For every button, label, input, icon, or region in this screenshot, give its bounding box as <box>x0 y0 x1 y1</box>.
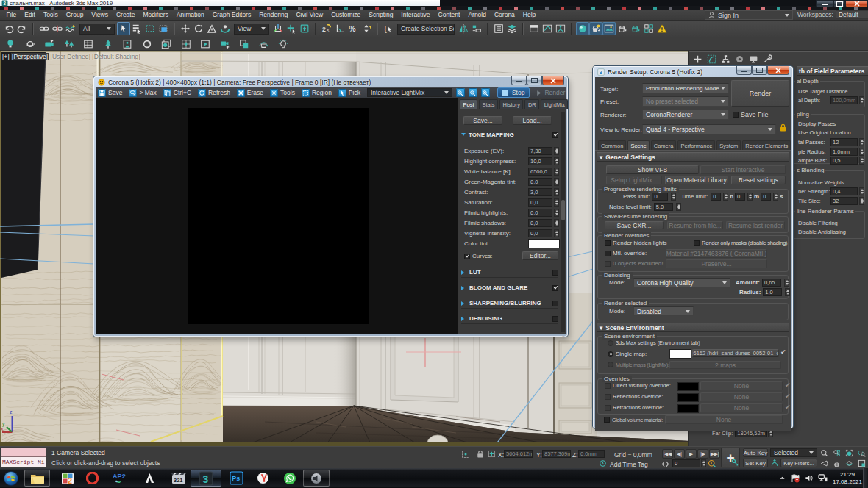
sphere-icon[interactable] <box>24 37 37 51</box>
dof-field[interactable]: 0,5 <box>830 157 858 165</box>
tray-up-icon[interactable] <box>779 475 786 481</box>
zoom-region-icon[interactable] <box>858 449 866 457</box>
tone-mapping-checkbox[interactable] <box>552 132 558 138</box>
tray-clock[interactable]: 21:29 17.08.2021 <box>833 471 862 486</box>
single-map-check-icon[interactable]: ✔ <box>780 348 786 356</box>
rs-tab-scene[interactable]: Scene <box>627 140 649 151</box>
render-only-masks-checkbox[interactable] <box>694 240 700 246</box>
keyboard-override-icon[interactable] <box>298 22 311 35</box>
squares-icon[interactable] <box>238 37 251 51</box>
refractions-checkbox[interactable] <box>605 405 611 411</box>
ref-coord-dropdown[interactable]: View <box>234 24 269 35</box>
set-key-button[interactable]: Set Key <box>743 459 768 467</box>
menu-corona[interactable]: Corona <box>490 10 519 21</box>
play-box-icon[interactable] <box>199 37 212 51</box>
fov-icon[interactable] <box>820 459 828 467</box>
grid-move-icon[interactable] <box>179 37 193 51</box>
camera-group-icon[interactable] <box>218 37 232 51</box>
menu-edit[interactable]: Edit <box>21 10 40 21</box>
modify-tab-icon[interactable] <box>707 54 716 64</box>
bulb-outline-icon[interactable] <box>277 37 290 51</box>
resume-last-render-button[interactable]: Resume last render <box>726 221 785 229</box>
single-map-button[interactable]: i26162 (hdri_sand-dunes_0052-01_cg <box>692 349 779 357</box>
key-filters-button[interactable]: Key Filters... <box>780 459 817 467</box>
create-tab-icon[interactable] <box>693 54 702 64</box>
bulb-icon[interactable] <box>4 37 17 51</box>
vfb-close-button[interactable] <box>542 76 564 85</box>
tone-field[interactable]: 0,0 <box>528 229 552 237</box>
vfb-save-button[interactable]: Save <box>98 89 122 97</box>
rs-tab-performance[interactable]: Performance <box>677 140 715 151</box>
vfb-section-sharpening-blurring[interactable]: SHARPENING/BLURRING <box>461 300 558 309</box>
menu-file[interactable]: File <box>2 10 21 21</box>
undo-icon[interactable] <box>2 22 15 35</box>
dof-field[interactable]: 0,4 <box>830 187 858 195</box>
schematic-icon[interactable] <box>554 22 567 35</box>
flag-icon[interactable] <box>791 474 800 483</box>
vfb-tools-button[interactable]: Tools <box>270 89 295 97</box>
lightmix-dropdown[interactable]: Interactive LightMix <box>367 88 452 97</box>
view-to-render-dropdown[interactable]: Quad 4 - Perspective <box>642 124 776 134</box>
render-hidden-lights-checkbox[interactable] <box>605 240 611 246</box>
save-cxr-button[interactable]: Save CXR... <box>605 221 664 229</box>
orbit-icon[interactable] <box>845 459 853 467</box>
hierarchy-tab-icon[interactable] <box>721 54 730 64</box>
render-prod-icon[interactable] <box>616 22 629 35</box>
taskbar-explorer-icon[interactable] <box>24 470 50 487</box>
material-editor-icon[interactable] <box>576 22 589 35</box>
render-selected-dropdown[interactable]: Disabled <box>633 306 694 316</box>
vfb-tab-post[interactable]: Post <box>460 99 477 109</box>
time-s-field[interactable]: 0 <box>761 193 771 201</box>
curves-editor-button[interactable]: Editor... <box>522 251 558 260</box>
unlink-icon[interactable] <box>51 22 64 35</box>
selection-lock-icon[interactable] <box>476 450 485 459</box>
rs-tab-common[interactable]: Common <box>598 140 626 151</box>
objects-excluded-checkbox[interactable] <box>605 261 611 267</box>
zoom-nav-icon[interactable] <box>820 449 828 457</box>
taskbar-3dsmax-icon[interactable]: 3 <box>191 470 221 487</box>
multiple-maps-button[interactable]: 2 maps <box>669 361 781 369</box>
minimize-button[interactable] <box>816 0 833 7</box>
vfb-render-button[interactable]: Render <box>536 89 565 96</box>
current-frame-field[interactable]: 0 <box>672 459 700 467</box>
vfb-refresh-button[interactable]: Refresh <box>198 89 230 97</box>
rs-minimize-button[interactable] <box>736 66 752 75</box>
vfb-section-denoising[interactable]: DENOISING <box>461 315 558 324</box>
open-material-library-button[interactable]: Open Material Library <box>665 176 728 184</box>
save-file-browse[interactable]: ... <box>783 110 789 117</box>
vfb-region-button[interactable]: Region <box>302 89 332 97</box>
vfb-scrollbar[interactable]: ▲ ▼ <box>561 112 565 332</box>
angle-snap-icon[interactable] <box>333 22 346 35</box>
rs-close-button[interactable] <box>767 66 789 75</box>
ribbon-icon[interactable] <box>527 22 541 35</box>
preserve-button[interactable]: Preserve... <box>666 259 767 268</box>
tone-field[interactable]: 0,0 <box>528 209 552 217</box>
utilities-tab-icon[interactable] <box>763 54 772 64</box>
next-frame-button[interactable]: |▶ <box>697 449 708 459</box>
curve-editor-icon[interactable] <box>541 22 554 35</box>
vfb-tab-history[interactable]: History <box>499 99 523 109</box>
link-icon[interactable] <box>38 22 51 35</box>
lock-icon[interactable] <box>780 123 786 132</box>
tree-icon[interactable] <box>102 37 115 51</box>
mirror-icon[interactable] <box>457 22 470 35</box>
renderer-dropdown[interactable]: CoronaRenderer <box>642 110 729 120</box>
prev-frame-button[interactable]: ◀| <box>674 449 685 459</box>
pivot-center-icon[interactable] <box>271 22 285 35</box>
vfb-pick-button[interactable]: Pick <box>338 89 360 97</box>
dof-field[interactable]: 1,0mm <box>830 148 858 156</box>
tone-mapping-header[interactable]: TONE MAPPING <box>461 132 558 140</box>
workspaces-dropdown[interactable]: Default <box>836 10 868 19</box>
preset-dropdown[interactable]: No preset selected <box>642 96 729 107</box>
resume-from-file-button[interactable]: Resume from file... <box>667 221 723 229</box>
menu-content[interactable]: Content <box>434 10 464 21</box>
denoise-radius-field[interactable]: 1,0 <box>763 288 782 296</box>
tone-field[interactable]: 7,30 <box>528 147 552 155</box>
save-file-checkbox[interactable] <box>733 112 739 118</box>
auto-key-button[interactable]: Auto Key <box>743 448 768 457</box>
taskbar-whatsapp-icon[interactable] <box>276 470 303 487</box>
time-m-field[interactable]: 0 <box>735 193 745 201</box>
layer-explorer-icon[interactable] <box>505 22 519 35</box>
spinner-snap-icon[interactable] <box>360 22 373 35</box>
vfb-minimize-button[interactable] <box>511 76 527 85</box>
